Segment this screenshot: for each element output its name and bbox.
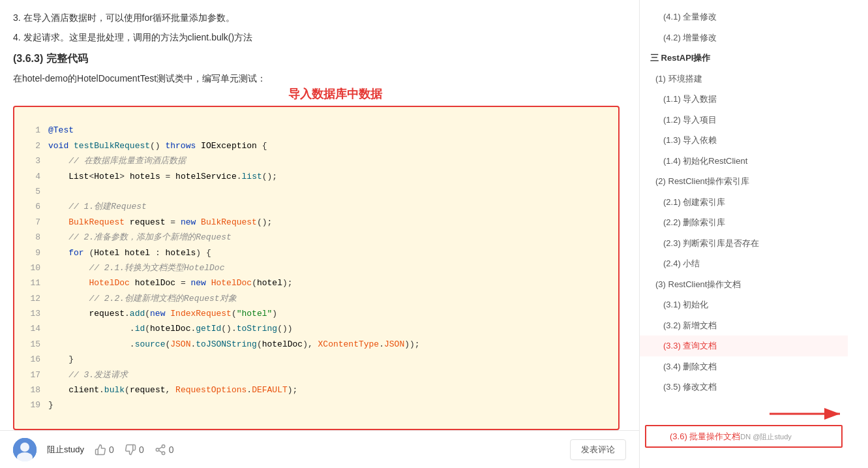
- svg-point-3: [162, 445, 165, 448]
- line-code-2: void testBulkRequest() throws IOExceptio…: [48, 138, 608, 153]
- code-line-2: 2 void testBulkRequest() throws IOExcept…: [25, 138, 608, 153]
- sidebar-item-3[interactable]: (3) RestClient操作文档: [640, 274, 848, 295]
- line-num-7: 7: [25, 215, 48, 230]
- code-line-14: 14 .id(hotelDoc.getId().toString()): [25, 321, 608, 336]
- line-num-1: 1: [25, 123, 48, 138]
- svg-point-5: [162, 452, 165, 455]
- line-num-12: 12: [25, 291, 48, 306]
- sidebar: (4.1) 全量修改 (4.2) 增量修改 三 RestAPI操作 (1) 环境…: [639, 0, 848, 468]
- main-content: 3. 在导入酒店数据时，可以使用for循环批量添加参数。 4. 发起请求。这里是…: [0, 0, 639, 468]
- svg-line-6: [158, 450, 162, 452]
- dislike-button[interactable]: 0: [125, 444, 144, 456]
- avatar: [13, 438, 37, 461]
- comment-button[interactable]: 发表评论: [570, 439, 626, 460]
- sidebar-item-3-2[interactable]: (3.2) 新增文档: [640, 315, 848, 336]
- line-num-9: 9: [25, 245, 48, 260]
- code-line-10: 10 // 2.1.转换为文档类型HotelDoc: [25, 260, 608, 275]
- line-code-13: request.add(new IndexRequest("hotel"): [48, 306, 608, 321]
- code-block: 1 @Test 2 void testBulkRequest() throws …: [25, 116, 608, 419]
- line-num-5: 5: [25, 184, 48, 199]
- sidebar-item-3-6-label[interactable]: (3.6) 批量操作文档DN @阻止study: [646, 426, 841, 447]
- code-line-6: 6 // 1.创建Request: [25, 199, 608, 214]
- sidebar-item-1-1[interactable]: (1.1) 导入数据: [640, 89, 848, 110]
- red-arrow-icon: [770, 404, 848, 424]
- sidebar-item-3-1[interactable]: (3.1) 初始化: [640, 294, 848, 315]
- like-button[interactable]: 0: [95, 444, 114, 456]
- line-num-17: 17: [25, 367, 48, 382]
- code-line-5: 5: [25, 184, 608, 199]
- code-line-1: 1 @Test: [25, 123, 608, 138]
- sidebar-item-4-2[interactable]: (4.2) 增量修改: [640, 27, 848, 48]
- code-line-7: 7 BulkRequest request = new BulkRequest(…: [25, 215, 608, 230]
- dislike-count: 0: [139, 445, 144, 455]
- line-num-13: 13: [25, 306, 48, 321]
- code-line-12: 12 // 2.2.创建新增文档的Request对象: [25, 291, 608, 306]
- sidebar-item-2-3[interactable]: (2.3) 判断索引库是否存在: [640, 233, 848, 254]
- line-code-16: }: [48, 352, 608, 367]
- sidebar-highlighted-section: (3.6) 批量操作文档DN @阻止study: [640, 404, 848, 448]
- line-num-11: 11: [25, 275, 48, 290]
- sidebar-item-2-2[interactable]: (2.2) 删除索引库: [640, 212, 848, 233]
- sidebar-item-rest-api[interactable]: 三 RestAPI操作: [640, 48, 848, 69]
- line-num-8: 8: [25, 230, 48, 245]
- sidebar-item-2-4[interactable]: (2.4) 小结: [640, 253, 848, 274]
- code-line-18: 18 client.bulk(request, RequestOptions.D…: [25, 382, 608, 398]
- code-line-15: 15 .source(JSON.toJSONString(hotelDoc), …: [25, 337, 608, 352]
- code-line-11: 11 HotelDoc hotelDoc = new HotelDoc(hote…: [25, 275, 608, 290]
- line-num-10: 10: [25, 260, 48, 275]
- line-code-7: BulkRequest request = new BulkRequest();: [48, 215, 608, 230]
- line-num-14: 14: [25, 321, 48, 336]
- section-363-heading: (3.6.3) 完整代码: [13, 52, 620, 66]
- line-num-19: 19: [25, 398, 48, 413]
- code-line-9: 9 for (Hotel hotel : hotels) {: [25, 245, 608, 260]
- section-363-desc: 在hotel-demo的HotelDocumentTest测试类中，编写单元测试…: [13, 71, 620, 87]
- line-num-18: 18: [25, 382, 48, 398]
- sidebar-item-3-4[interactable]: (3.4) 删除文档: [640, 356, 848, 377]
- line-code-19: }: [48, 398, 608, 413]
- line-code-15: .source(JSON.toJSONString(hotelDoc), XCo…: [48, 337, 608, 352]
- line-num-15: 15: [25, 337, 48, 352]
- line-code-17: // 3.发送请求: [48, 367, 608, 382]
- line-code-1: @Test: [48, 123, 608, 138]
- sidebar-item-3-6-highlighted[interactable]: (3.6) 批量操作文档DN @阻止study: [645, 425, 843, 448]
- svg-point-1: [20, 443, 29, 452]
- sidebar-item-3-3[interactable]: (3.3) 查询文档: [640, 335, 848, 356]
- sidebar-item-1-2[interactable]: (1.2) 导入项目: [640, 110, 848, 131]
- line-num-3: 3: [25, 153, 48, 168]
- line-num-6: 6: [25, 199, 48, 214]
- sidebar-item-3-5[interactable]: (3.5) 修改文档: [640, 377, 848, 398]
- like-count: 0: [109, 445, 114, 455]
- sidebar-item-2[interactable]: (2) RestClient操作索引库: [640, 171, 848, 192]
- share-count: 0: [169, 445, 174, 455]
- line-num-16: 16: [25, 352, 48, 367]
- share-button[interactable]: 0: [155, 444, 174, 456]
- line-code-18: client.bulk(request, RequestOptions.DEFA…: [48, 382, 608, 398]
- code-annotation-wrapper: 导入数据库中数据 1 @Test 2 void testBulkRequest(…: [13, 106, 620, 429]
- line-code-11: HotelDoc hotelDoc = new HotelDoc(hotel);: [48, 275, 608, 290]
- line-code-9: for (Hotel hotel : hotels) {: [48, 245, 608, 260]
- code-line-17: 17 // 3.发送请求: [25, 367, 608, 382]
- line-code-10: // 2.1.转换为文档类型HotelDoc: [48, 260, 608, 275]
- sidebar-item-1-3[interactable]: (1.3) 导入依赖: [640, 130, 848, 151]
- line-code-6: // 1.创建Request: [48, 199, 608, 214]
- intro-list: 3. 在导入酒店数据时，可以使用for循环批量添加参数。 4. 发起请求。这里是…: [13, 10, 620, 46]
- intro-item-4: 4. 发起请求。这里是批处理，调用的方法为client.bulk()方法: [13, 30, 620, 46]
- line-code-4: List<Hotel> hotels = hotelService.list()…: [48, 169, 608, 184]
- svg-point-4: [156, 448, 159, 451]
- sidebar-item-2-1[interactable]: (2.1) 创建索引库: [640, 192, 848, 213]
- line-code-8: // 2.准备参数，添加多个新增的Request: [48, 230, 608, 245]
- line-num-2: 2: [25, 138, 48, 153]
- code-line-13: 13 request.add(new IndexRequest("hotel"): [25, 306, 608, 321]
- line-num-4: 4: [25, 169, 48, 184]
- sidebar-item-4-1[interactable]: (4.1) 全量修改: [640, 7, 848, 27]
- line-code-12: // 2.2.创建新增文档的Request对象: [48, 291, 608, 306]
- code-line-8: 8 // 2.准备参数，添加多个新增的Request: [25, 230, 608, 245]
- code-line-3: 3 // 在数据库批量查询酒店数据: [25, 153, 608, 168]
- line-code-14: .id(hotelDoc.getId().toString()): [48, 321, 608, 336]
- sidebar-item-1-4[interactable]: (1.4) 初始化RestClient: [640, 151, 848, 172]
- code-box: 1 @Test 2 void testBulkRequest() throws …: [13, 106, 620, 429]
- author-name: 阻止study: [47, 444, 84, 456]
- line-code-3: // 在数据库批量查询酒店数据: [48, 153, 608, 168]
- code-line-4: 4 List<Hotel> hotels = hotelService.list…: [25, 169, 608, 184]
- sidebar-item-env[interactable]: (1) 环境搭建: [640, 69, 848, 89]
